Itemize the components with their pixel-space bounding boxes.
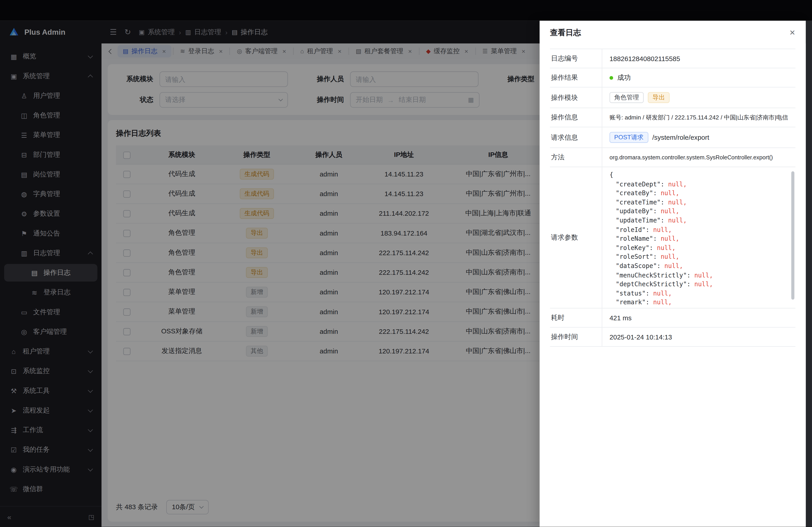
module-tag: 角色管理 [609, 92, 644, 103]
field-module: 操作模块 角色管理 导出 [550, 88, 795, 108]
drawer-body: 日志编号 1882612840802115585 操作结果 成功 操作模块 角色… [539, 44, 806, 527]
result-value: 成功 [617, 73, 631, 82]
field-log-id: 日志编号 1882612840802115585 [550, 49, 795, 68]
code-scrollbar-thumb[interactable] [791, 171, 794, 300]
field-request: 请求信息 POST请求 /system/role/export [550, 127, 795, 148]
log-detail-table: 日志编号 1882612840802115585 操作结果 成功 操作模块 角色… [550, 49, 795, 347]
field-method: 方法 org.dromara.system.controller.system.… [550, 148, 795, 167]
field-duration: 耗时 421 ms [550, 308, 795, 328]
drawer-header: 查看日志 ✕ [539, 21, 806, 45]
action-tag: 导出 [648, 92, 669, 103]
success-status-dot [609, 76, 613, 79]
view-log-drawer: 查看日志 ✕ 日志编号 1882612840802115585 操作结果 成功 … [539, 21, 806, 527]
field-time: 操作时间 2025-01-24 10:14:13 [550, 328, 795, 347]
log-id-value: 1882612840802115585 [609, 55, 680, 62]
field-result: 操作结果 成功 [550, 68, 795, 88]
post-method-tag: POST请求 [609, 132, 648, 143]
method-value: org.dromara.system.controller.system.Sys… [609, 154, 773, 161]
close-icon[interactable]: ✕ [789, 28, 796, 37]
field-info: 操作信息 账号: admin / 研发部门 / 222.175.114.242 … [550, 108, 795, 127]
request-params-code: { "createDept": null, "createBy": null, … [602, 167, 796, 308]
drawer-title: 查看日志 [550, 28, 581, 37]
request-path-value: /system/role/export [652, 133, 709, 141]
page-scrollbar-gutter [806, 21, 812, 527]
operation-time-value: 2025-01-24 10:14:13 [609, 333, 672, 341]
duration-value: 421 ms [609, 314, 632, 321]
screen: Plus Admin ▦ 概览 ▣ 系统管理 ♙ 用户管理 ◫ [0, 0, 812, 527]
operation-info-value: 账号: admin / 研发部门 / 222.175.114.242 / 中国|… [609, 114, 788, 121]
field-params: 请求参数 { "createDept": null, "createBy": n… [550, 167, 795, 308]
